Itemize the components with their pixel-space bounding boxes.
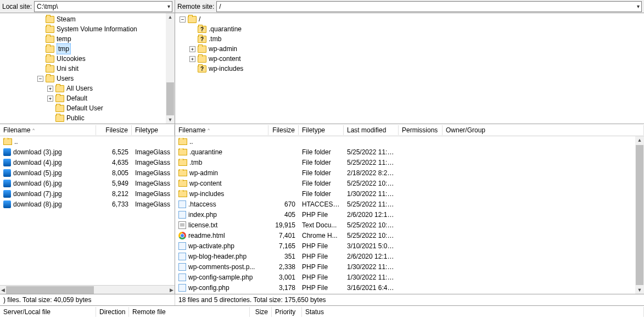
- column-modified[interactable]: Last modified: [344, 125, 399, 135]
- folder-icon: [46, 55, 54, 63]
- column-filetype[interactable]: Filetype: [299, 125, 344, 135]
- queue-col-status[interactable]: Status: [302, 307, 644, 317]
- list-item[interactable]: .htaccess670HTACCESS ...5/25/2022 11:2..…: [175, 199, 644, 209]
- column-filename[interactable]: Filename ^: [175, 125, 268, 135]
- collapse-icon[interactable]: −: [37, 76, 43, 82]
- scroll-down-icon[interactable]: ▼: [637, 286, 642, 294]
- queue-col-size[interactable]: Size: [250, 307, 272, 317]
- chevron-down-icon: ▾: [167, 3, 170, 9]
- queue-col-direction[interactable]: Direction: [96, 307, 129, 317]
- remote-site-value: /: [219, 3, 221, 10]
- tree-item[interactable]: Uni shit: [0, 64, 175, 74]
- file-icon: [178, 263, 186, 271]
- expand-icon[interactable]: +: [47, 96, 53, 102]
- scroll-up-icon[interactable]: ▲: [637, 136, 642, 144]
- tree-item[interactable]: +Default: [0, 93, 175, 103]
- list-item[interactable]: .quarantineFile folder5/25/2022 11:0...: [175, 147, 644, 157]
- list-item[interactable]: wp-comments-post.p...2,338PHP File1/30/2…: [175, 261, 644, 272]
- list-item[interactable]: readme.html7,401Chrome H...5/25/2022 10:…: [175, 230, 644, 241]
- tree-item[interactable]: −Users: [0, 74, 175, 83]
- expand-icon[interactable]: +: [47, 86, 53, 92]
- list-item[interactable]: download (6).jpg5,949ImageGlass: [0, 178, 175, 188]
- list-item[interactable]: wp-activate.php7,165PHP File3/10/2021 5:…: [175, 241, 644, 251]
- tree-label: All Users: [66, 83, 93, 93]
- scroll-right-icon[interactable]: ▶: [170, 287, 173, 293]
- list-item[interactable]: license.txt19,915Text Docu...5/25/2022 1…: [175, 220, 644, 230]
- scrollbar-vertical[interactable]: ▲ ▼: [166, 13, 175, 124]
- list-item[interactable]: wp-blog-header.php351PHP File2/6/2020 12…: [175, 251, 644, 261]
- collapse-icon[interactable]: −: [180, 16, 186, 23]
- remote-site-label: Remote site:: [177, 3, 214, 10]
- tree-item[interactable]: Steam: [0, 14, 175, 24]
- remote-tree[interactable]: −/.quarantine.tmb+wp-admin+wp-contentwp-…: [175, 13, 644, 124]
- column-filesize[interactable]: Filesize: [96, 125, 132, 135]
- list-item[interactable]: download (3).jpg6,525ImageGlass: [0, 147, 175, 157]
- tree-item[interactable]: +All Users: [0, 83, 175, 93]
- local-site-combo[interactable]: C:\tmp\ ▾: [34, 1, 172, 12]
- list-item[interactable]: wp-config-sample.php3,001PHP File1/30/20…: [175, 272, 644, 282]
- list-item[interactable]: wp-adminFile folder2/18/2022 8:26:...: [175, 168, 644, 178]
- tree-item[interactable]: .quarantine: [175, 24, 644, 34]
- file-icon: [178, 242, 186, 250]
- tree-item[interactable]: +wp-content: [175, 54, 644, 64]
- local-site-value: C:\tmp\: [37, 3, 58, 10]
- file-icon: [3, 180, 11, 187]
- tree-item[interactable]: Default User: [0, 103, 175, 113]
- folder-icon: [178, 159, 187, 166]
- expand-icon[interactable]: +: [189, 46, 195, 52]
- queue-col-priority[interactable]: Priority: [272, 307, 302, 317]
- file-icon: [3, 200, 11, 208]
- list-item[interactable]: download (5).jpg8,005ImageGlass: [0, 168, 175, 178]
- local-list-body[interactable]: ..download (3).jpg6,525ImageGlassdownloa…: [0, 136, 175, 285]
- remote-site-combo[interactable]: / ▾: [216, 1, 642, 12]
- tree-label: Users: [57, 74, 74, 83]
- tree-item[interactable]: −/: [175, 14, 644, 24]
- chevron-down-icon: ▾: [637, 3, 640, 9]
- list-item[interactable]: download (8).jpg6,733ImageGlass: [0, 199, 175, 209]
- list-item[interactable]: wp-config.php3,178PHP File3/16/2021 6:49…: [175, 282, 644, 293]
- tree-item[interactable]: wp-includes: [175, 64, 644, 74]
- scrollbar-horizontal[interactable]: ◀ ▶: [0, 285, 175, 294]
- list-item[interactable]: index.php405PHP File2/6/2020 12:18:...: [175, 209, 644, 220]
- column-filetype[interactable]: Filetype: [132, 125, 175, 135]
- file-icon: [178, 200, 186, 208]
- list-item[interactable]: wp-contentFile folder5/25/2022 10:5...: [175, 178, 644, 188]
- queue-col-remote[interactable]: Remote file: [129, 307, 250, 317]
- tree-label: wp-includes: [209, 64, 243, 74]
- scrollbar-vertical[interactable]: ▲ ▼: [635, 136, 644, 294]
- tree-item[interactable]: Public: [0, 113, 175, 123]
- column-owner[interactable]: Owner/Group: [443, 125, 644, 135]
- column-filesize[interactable]: Filesize: [268, 125, 299, 135]
- tree-item[interactable]: temp: [0, 34, 175, 44]
- status-strip: ) files. Total size: 40,059 bytes 18 fil…: [0, 294, 644, 306]
- local-site-label: Local site:: [2, 3, 32, 10]
- tree-item[interactable]: UIcookies: [0, 54, 175, 64]
- list-item[interactable]: .tmbFile folder5/25/2022 11:2...: [175, 157, 644, 168]
- file-icon: [178, 232, 186, 239]
- local-list-header[interactable]: Filename ^ Filesize Filetype: [0, 124, 175, 136]
- queue-col-server[interactable]: Server/Local file: [0, 307, 96, 317]
- scroll-up-icon[interactable]: ▲: [168, 13, 173, 21]
- tree-item[interactable]: +wp-admin: [175, 44, 644, 54]
- file-icon: [178, 211, 186, 219]
- column-permissions[interactable]: Permissions: [399, 125, 443, 135]
- tree-item[interactable]: .tmb: [175, 34, 644, 44]
- scroll-left-icon[interactable]: ◀: [1, 287, 5, 293]
- list-item[interactable]: wp-includesFile folder1/30/2022 11:2...: [175, 188, 644, 199]
- tree-item[interactable]: tmp: [0, 44, 175, 54]
- local-tree[interactable]: SteamSystem Volume InformationtemptmpUIc…: [0, 13, 175, 124]
- tree-item[interactable]: System Volume Information: [0, 24, 175, 34]
- tree-label: Steam: [57, 14, 76, 24]
- list-item-up[interactable]: ..: [175, 136, 644, 147]
- folder-unknown-icon: [198, 65, 206, 72]
- expand-icon[interactable]: +: [189, 56, 195, 62]
- list-item-up[interactable]: ..: [0, 136, 175, 147]
- column-filename[interactable]: Filename ^: [0, 125, 96, 135]
- queue-header[interactable]: Server/Local file Direction Remote file …: [0, 306, 644, 318]
- remote-list-header[interactable]: Filename ^ Filesize Filetype Last modifi…: [175, 124, 644, 136]
- top-section: Local site: C:\tmp\ ▾ SteamSystem Volume…: [0, 0, 644, 124]
- list-item[interactable]: download (4).jpg4,635ImageGlass: [0, 157, 175, 168]
- remote-list-body[interactable]: ...quarantineFile folder5/25/2022 11:0..…: [175, 136, 644, 294]
- scroll-down-icon[interactable]: ▼: [168, 116, 173, 124]
- list-item[interactable]: download (7).jpg8,212ImageGlass: [0, 188, 175, 199]
